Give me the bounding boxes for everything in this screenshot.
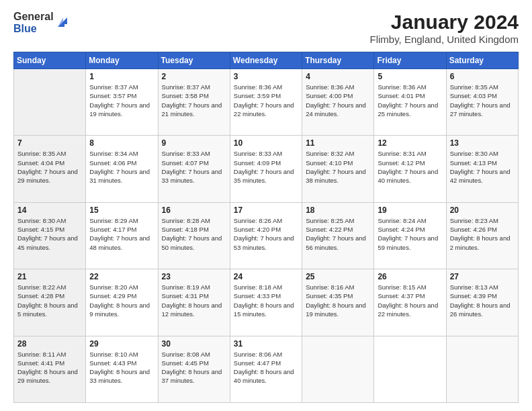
day-info: Sunrise: 8:18 AMSunset: 4:33 PMDaylight:… bbox=[234, 283, 298, 318]
day-info: Sunrise: 8:10 AMSunset: 4:43 PMDaylight:… bbox=[89, 350, 154, 385]
calendar-cell bbox=[374, 336, 446, 402]
day-info: Sunrise: 8:24 AMSunset: 4:24 PMDaylight:… bbox=[378, 216, 442, 252]
calendar-header-wednesday: Wednesday bbox=[230, 52, 302, 69]
day-number: 2 bbox=[162, 72, 226, 81]
logo-general-text: General bbox=[13, 11, 54, 23]
day-info: Sunrise: 8:26 AMSunset: 4:20 PMDaylight:… bbox=[234, 216, 298, 252]
calendar-cell: 10Sunrise: 8:33 AMSunset: 4:09 PMDayligh… bbox=[230, 136, 302, 202]
day-number: 3 bbox=[234, 72, 298, 81]
day-number: 20 bbox=[450, 205, 515, 215]
calendar-cell: 13Sunrise: 8:30 AMSunset: 4:13 PMDayligh… bbox=[446, 136, 518, 202]
calendar-cell: 20Sunrise: 8:23 AMSunset: 4:26 PMDayligh… bbox=[446, 202, 518, 269]
calendar-cell: 15Sunrise: 8:29 AMSunset: 4:17 PMDayligh… bbox=[86, 202, 158, 269]
day-info: Sunrise: 8:36 AMSunset: 4:00 PMDaylight:… bbox=[306, 83, 370, 118]
calendar-week-3: 14Sunrise: 8:30 AMSunset: 4:15 PMDayligh… bbox=[14, 202, 519, 269]
calendar-cell: 6Sunrise: 8:35 AMSunset: 4:03 PMDaylight… bbox=[446, 69, 518, 136]
calendar-cell: 28Sunrise: 8:11 AMSunset: 4:41 PMDayligh… bbox=[14, 336, 86, 402]
day-number: 6 bbox=[450, 72, 515, 81]
calendar-cell: 16Sunrise: 8:28 AMSunset: 4:18 PMDayligh… bbox=[158, 202, 230, 269]
calendar-cell: 23Sunrise: 8:19 AMSunset: 4:31 PMDayligh… bbox=[158, 269, 230, 336]
title-block: January 2024 Flimby, England, United Kin… bbox=[370, 11, 519, 45]
calendar-cell: 31Sunrise: 8:06 AMSunset: 4:47 PMDayligh… bbox=[230, 336, 302, 402]
day-info: Sunrise: 8:11 AMSunset: 4:41 PMDaylight:… bbox=[17, 350, 82, 385]
calendar-cell: 9Sunrise: 8:33 AMSunset: 4:07 PMDaylight… bbox=[158, 136, 230, 202]
calendar-header-row: SundayMondayTuesdayWednesdayThursdayFrid… bbox=[14, 52, 519, 69]
calendar-week-1: 1Sunrise: 8:37 AMSunset: 3:57 PMDaylight… bbox=[14, 69, 519, 136]
day-info: Sunrise: 8:31 AMSunset: 4:12 PMDaylight:… bbox=[378, 149, 442, 185]
calendar-cell: 18Sunrise: 8:25 AMSunset: 4:22 PMDayligh… bbox=[302, 202, 374, 269]
day-number: 11 bbox=[306, 138, 370, 148]
day-info: Sunrise: 8:20 AMSunset: 4:29 PMDaylight:… bbox=[89, 283, 154, 318]
calendar-cell: 27Sunrise: 8:13 AMSunset: 4:39 PMDayligh… bbox=[446, 269, 518, 336]
day-number: 17 bbox=[234, 205, 298, 215]
day-info: Sunrise: 8:23 AMSunset: 4:26 PMDaylight:… bbox=[450, 216, 515, 252]
calendar-cell: 1Sunrise: 8:37 AMSunset: 3:57 PMDaylight… bbox=[86, 69, 158, 136]
day-info: Sunrise: 8:15 AMSunset: 4:37 PMDaylight:… bbox=[378, 283, 442, 318]
day-info: Sunrise: 8:25 AMSunset: 4:22 PMDaylight:… bbox=[306, 216, 370, 252]
calendar-week-4: 21Sunrise: 8:22 AMSunset: 4:28 PMDayligh… bbox=[14, 269, 519, 336]
day-info: Sunrise: 8:08 AMSunset: 4:45 PMDaylight:… bbox=[162, 350, 226, 385]
calendar-header-sunday: Sunday bbox=[14, 52, 86, 69]
calendar-cell: 14Sunrise: 8:30 AMSunset: 4:15 PMDayligh… bbox=[14, 202, 86, 269]
day-number: 15 bbox=[89, 205, 154, 215]
calendar-cell: 19Sunrise: 8:24 AMSunset: 4:24 PMDayligh… bbox=[374, 202, 446, 269]
day-number: 9 bbox=[162, 138, 226, 148]
calendar-cell: 22Sunrise: 8:20 AMSunset: 4:29 PMDayligh… bbox=[86, 269, 158, 336]
calendar-cell: 21Sunrise: 8:22 AMSunset: 4:28 PMDayligh… bbox=[14, 269, 86, 336]
calendar-table: SundayMondayTuesdayWednesdayThursdayFrid… bbox=[13, 52, 519, 403]
calendar-cell: 30Sunrise: 8:08 AMSunset: 4:45 PMDayligh… bbox=[158, 336, 230, 402]
page: General Blue January 2024 Flimby, Englan… bbox=[0, 0, 532, 411]
day-info: Sunrise: 8:29 AMSunset: 4:17 PMDaylight:… bbox=[89, 216, 154, 252]
calendar-header-thursday: Thursday bbox=[302, 52, 374, 69]
day-info: Sunrise: 8:32 AMSunset: 4:10 PMDaylight:… bbox=[306, 149, 370, 185]
day-number: 13 bbox=[450, 138, 515, 148]
day-info: Sunrise: 8:30 AMSunset: 4:15 PMDaylight:… bbox=[17, 216, 82, 252]
day-number: 10 bbox=[234, 138, 298, 148]
calendar-cell: 7Sunrise: 8:35 AMSunset: 4:04 PMDaylight… bbox=[14, 136, 86, 202]
day-number: 18 bbox=[306, 205, 370, 215]
logo: General Blue bbox=[13, 11, 70, 34]
calendar-week-2: 7Sunrise: 8:35 AMSunset: 4:04 PMDaylight… bbox=[14, 136, 519, 202]
day-number: 26 bbox=[378, 272, 442, 281]
day-number: 27 bbox=[450, 272, 515, 281]
day-info: Sunrise: 8:19 AMSunset: 4:31 PMDaylight:… bbox=[162, 283, 226, 318]
day-number: 29 bbox=[89, 339, 154, 349]
day-info: Sunrise: 8:35 AMSunset: 4:03 PMDaylight:… bbox=[450, 83, 515, 118]
day-info: Sunrise: 8:35 AMSunset: 4:04 PMDaylight:… bbox=[17, 149, 82, 185]
calendar-header-saturday: Saturday bbox=[446, 52, 518, 69]
calendar-cell: 29Sunrise: 8:10 AMSunset: 4:43 PMDayligh… bbox=[86, 336, 158, 402]
day-info: Sunrise: 8:36 AMSunset: 4:01 PMDaylight:… bbox=[378, 83, 442, 118]
day-info: Sunrise: 8:06 AMSunset: 4:47 PMDaylight:… bbox=[234, 350, 298, 385]
calendar-cell: 26Sunrise: 8:15 AMSunset: 4:37 PMDayligh… bbox=[374, 269, 446, 336]
calendar-cell bbox=[446, 336, 518, 402]
logo-blue-text: Blue bbox=[13, 23, 54, 35]
calendar-cell: 24Sunrise: 8:18 AMSunset: 4:33 PMDayligh… bbox=[230, 269, 302, 336]
calendar-header-monday: Monday bbox=[86, 52, 158, 69]
calendar-cell: 3Sunrise: 8:36 AMSunset: 3:59 PMDaylight… bbox=[230, 69, 302, 136]
day-number: 28 bbox=[17, 339, 82, 349]
calendar-cell: 4Sunrise: 8:36 AMSunset: 4:00 PMDaylight… bbox=[302, 69, 374, 136]
day-number: 25 bbox=[306, 272, 370, 281]
calendar-cell: 17Sunrise: 8:26 AMSunset: 4:20 PMDayligh… bbox=[230, 202, 302, 269]
day-info: Sunrise: 8:28 AMSunset: 4:18 PMDaylight:… bbox=[162, 216, 226, 252]
day-info: Sunrise: 8:33 AMSunset: 4:09 PMDaylight:… bbox=[234, 149, 298, 185]
calendar-header-tuesday: Tuesday bbox=[158, 52, 230, 69]
day-number: 31 bbox=[234, 339, 298, 349]
calendar-header-friday: Friday bbox=[374, 52, 446, 69]
day-number: 16 bbox=[162, 205, 226, 215]
day-number: 14 bbox=[17, 205, 82, 215]
day-number: 23 bbox=[162, 272, 226, 281]
main-title: January 2024 bbox=[370, 11, 519, 34]
day-number: 1 bbox=[89, 72, 154, 81]
logo-icon bbox=[55, 15, 70, 32]
day-number: 22 bbox=[89, 272, 154, 281]
day-info: Sunrise: 8:37 AMSunset: 3:58 PMDaylight:… bbox=[162, 83, 226, 118]
calendar-cell: 8Sunrise: 8:34 AMSunset: 4:06 PMDaylight… bbox=[86, 136, 158, 202]
day-info: Sunrise: 8:34 AMSunset: 4:06 PMDaylight:… bbox=[89, 149, 154, 185]
day-info: Sunrise: 8:22 AMSunset: 4:28 PMDaylight:… bbox=[17, 283, 82, 318]
calendar-cell: 5Sunrise: 8:36 AMSunset: 4:01 PMDaylight… bbox=[374, 69, 446, 136]
day-number: 8 bbox=[89, 138, 154, 148]
calendar-cell: 2Sunrise: 8:37 AMSunset: 3:58 PMDaylight… bbox=[158, 69, 230, 136]
day-info: Sunrise: 8:30 AMSunset: 4:13 PMDaylight:… bbox=[450, 149, 515, 185]
day-number: 30 bbox=[162, 339, 226, 349]
